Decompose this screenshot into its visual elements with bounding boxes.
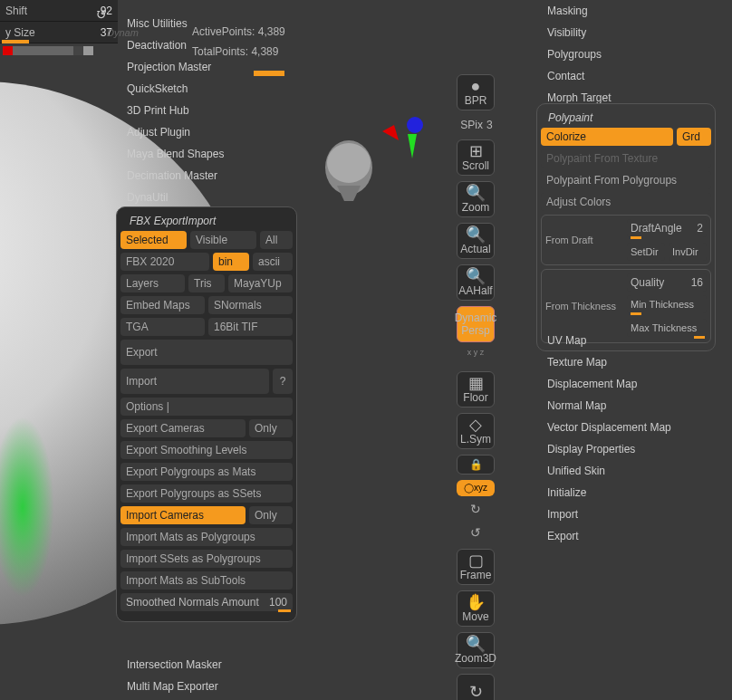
fbx-all-button[interactable]: All (260, 231, 293, 249)
fbx-visible-button[interactable]: Visible (190, 231, 256, 249)
zoom-icon: 🔍 (466, 185, 486, 201)
floor-icon: ▦ (468, 375, 484, 391)
menu-contact[interactable]: Contact (544, 65, 725, 87)
fbx-tga-button[interactable]: TGA (120, 318, 205, 336)
fbx-smoothed-normals-slider[interactable]: Smoothed Normals Amount 100 (120, 593, 293, 611)
min-thickness-slider[interactable]: Min Thickness (627, 295, 707, 313)
menu-normal-map[interactable]: Normal Map (544, 395, 725, 417)
fbx-selected-button[interactable]: Selected (120, 231, 187, 249)
xyz-toggle-button[interactable]: ◯xyz (457, 480, 495, 496)
undo-icon[interactable]: ↺ (96, 7, 107, 22)
fbx-embed-maps-button[interactable]: Embed Maps (120, 296, 205, 314)
fbx-import-cameras-button[interactable]: Import Cameras (120, 506, 246, 524)
fbx-export-import-panel: FBX ExportImport Selected Visible All FB… (116, 206, 297, 622)
zoom3d-button[interactable]: 🔍Zoom3D (457, 632, 495, 668)
dynamic-persp-button[interactable]: DynamicPersp (457, 306, 495, 342)
extra-button[interactable]: ↻ (457, 674, 495, 700)
move-label: Move (462, 610, 488, 623)
rotate3d-icon: ↻ (469, 684, 483, 700)
menu-masking[interactable]: Masking (544, 0, 725, 22)
smoothed-normals-label: Smoothed Normals Amount (126, 593, 259, 611)
menu-unified-skin[interactable]: Unified Skin (544, 460, 725, 482)
floor-button[interactable]: ▦Floor (457, 371, 495, 408)
invdir-button[interactable]: InvDir (669, 243, 707, 261)
frame-label: Frame (460, 569, 492, 581)
rotate-ccw-button[interactable]: ↺ (457, 525, 495, 543)
frame-button[interactable]: ▢Frame (457, 549, 495, 585)
aahalf-icon: 🔍 (466, 268, 486, 284)
setdir-button[interactable]: SetDir (627, 243, 665, 261)
scroll-button[interactable]: ⊞Scroll (457, 139, 495, 176)
mesh-preview-icon[interactable] (317, 136, 380, 208)
menu-displacement-map[interactable]: Displacement Map (544, 373, 725, 395)
lock-button[interactable]: 🔒 (457, 455, 495, 475)
xyz-axis-icon[interactable]: x y z (457, 348, 495, 366)
fbx-snormals-button[interactable]: SNormals (208, 296, 293, 314)
quality-label: Quality (631, 273, 664, 292)
fbx-export-pg-mats-button[interactable]: Export Polygroups as Mats (120, 463, 293, 481)
polypaint-from-texture-button[interactable]: Polypaint From Texture (541, 149, 711, 168)
fbx-panel-title[interactable]: FBX ExportImport (120, 211, 293, 231)
menu-polygroups[interactable]: Polygroups (544, 43, 725, 65)
menu-texture-map[interactable]: Texture Map (544, 351, 725, 373)
plugin-adjust-plugin[interactable]: Adjust Plugin (127, 121, 224, 143)
spix-label[interactable]: SPix (460, 119, 483, 131)
plugin-intersection-masker[interactable]: Intersection Masker (127, 654, 222, 676)
polypaint-from-polygroups-button[interactable]: Polypaint From Polygroups (541, 171, 711, 189)
zoom-button[interactable]: 🔍Zoom (457, 181, 495, 217)
colorize-button[interactable]: Colorize (541, 128, 673, 146)
lsym-button[interactable]: ◇L.Sym (457, 413, 495, 449)
total-points-value: 4,389 (251, 45, 278, 58)
fbx-layers-button[interactable]: Layers (120, 274, 185, 292)
fbx-tris-button[interactable]: Tris (188, 274, 225, 292)
menu-visibility[interactable]: Visibility (544, 22, 725, 43)
color-swatches[interactable] (3, 46, 93, 55)
plugin-dynautil[interactable]: DynaUtil (127, 187, 224, 208)
lsym-label: L.Sym (460, 433, 491, 446)
aahalf-button[interactable]: 🔍AAHalf (457, 264, 495, 301)
menu-export[interactable]: Export (544, 525, 725, 547)
fbx-import-button[interactable]: Import (120, 369, 269, 394)
fbx-export-cameras-only-button[interactable]: Only (249, 419, 293, 437)
fbx-ascii-button[interactable]: ascii (253, 253, 293, 271)
plugin-multi-map-exporter[interactable]: Multi Map Exporter (127, 676, 222, 697)
menu-uv-map[interactable]: UV Map (544, 330, 725, 351)
fbx-import-mats-subtools-button[interactable]: Import Mats as SubTools (120, 571, 293, 590)
fbx-export-smoothing-button[interactable]: Export Smoothing Levels (120, 441, 293, 459)
polypaint-title[interactable]: Polypaint (541, 108, 711, 128)
fbx-export-pg-ssets-button[interactable]: Export Polygroups as SSets (120, 484, 293, 503)
plugin-3d-print-hub[interactable]: 3D Print Hub (127, 100, 224, 121)
fbx-mayayup-button[interactable]: MayaYUp (228, 274, 293, 292)
slider-tip (278, 609, 291, 612)
plugin-decimation-master[interactable]: Decimation Master (127, 165, 224, 187)
plugin-projection-master[interactable]: Projection Master (127, 56, 224, 78)
from-draft-button[interactable]: From Draft (545, 219, 623, 261)
fbx-import-cameras-only-button[interactable]: Only (249, 506, 293, 524)
fbx-16bit-tif-button[interactable]: 16Bit TIF (208, 318, 293, 336)
move-button[interactable]: ✋Move (457, 590, 495, 627)
rotate-cw-button[interactable]: ↻ (457, 502, 495, 520)
adjust-colors-button[interactable]: Adjust Colors (541, 193, 711, 211)
fbx-import-ssets-pg-button[interactable]: Import SSets as Polygroups (120, 550, 293, 568)
grd-button[interactable]: Grd (677, 128, 711, 146)
fbx-export-cameras-button[interactable]: Export Cameras (120, 419, 246, 437)
fbx-import-mats-pg-button[interactable]: Import Mats as Polygroups (120, 528, 293, 546)
plugin-quicksketch[interactable]: QuickSketch (127, 78, 224, 100)
fbx-help-button[interactable]: ? (273, 369, 293, 394)
menu-display-properties[interactable]: Display Properties (544, 438, 725, 460)
fbx-export-button[interactable]: Export (120, 340, 293, 365)
fbx-options-button[interactable]: Options | (120, 398, 293, 416)
draft-angle-slider[interactable]: DraftAngle 2 (627, 219, 707, 237)
menu-initialize[interactable]: Initialize (544, 482, 725, 503)
menu-import[interactable]: Import (544, 503, 725, 525)
plugin-misc-utilities[interactable]: Misc Utilities (127, 13, 224, 34)
fbx-bin-button[interactable]: bin (213, 253, 249, 271)
plugin-deactivation[interactable]: Deactivation (127, 34, 224, 56)
plugin-maya-blend-shapes[interactable]: Maya Blend Shapes (127, 143, 224, 165)
bpr-button[interactable]: ●BPR (457, 74, 495, 110)
actual-button[interactable]: 🔍Actual (457, 223, 495, 259)
fbx-version-button[interactable]: FBX 2020 (120, 253, 209, 271)
menu-vector-displacement-map[interactable]: Vector Displacement Map (544, 417, 725, 438)
quality-slider[interactable]: Quality 16 (627, 273, 707, 292)
size-slider[interactable]: y Size 37 (0, 22, 118, 43)
